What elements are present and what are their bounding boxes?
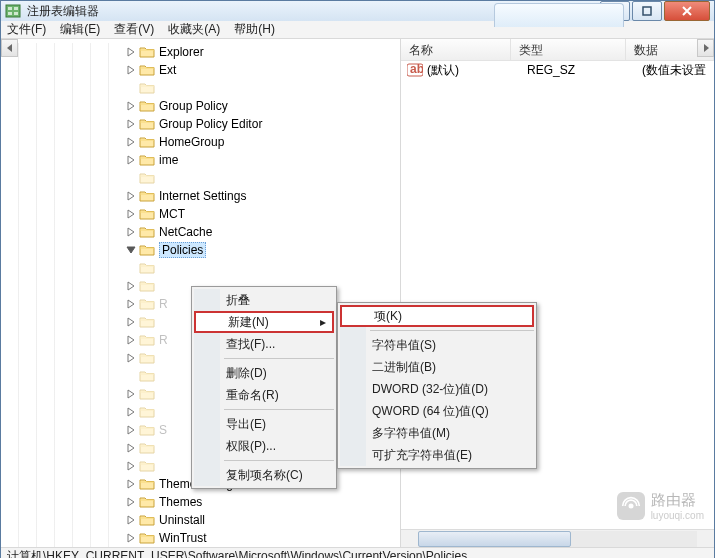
sub-binary[interactable]: 二进制值(B) xyxy=(340,356,534,378)
titlebar[interactable]: 注册表编辑器 xyxy=(1,1,714,21)
folder-icon xyxy=(139,531,155,545)
tree-node-label: Group Policy xyxy=(159,99,228,113)
close-button[interactable] xyxy=(664,1,710,21)
scroll-left-button[interactable] xyxy=(1,39,18,57)
tree-node[interactable]: MCT xyxy=(1,205,400,223)
folder-icon xyxy=(139,63,155,77)
folder-icon xyxy=(139,207,155,221)
menu-fav[interactable]: 收藏夹(A) xyxy=(168,21,220,38)
regedit-icon xyxy=(5,3,21,19)
expand-icon[interactable] xyxy=(125,316,137,328)
separator xyxy=(370,330,534,331)
tree-node[interactable]: ime xyxy=(1,151,400,169)
tree-node[interactable]: Uninstall xyxy=(1,511,400,529)
scroll-thumb[interactable] xyxy=(418,531,571,547)
new-submenu[interactable]: 项(K) 字符串值(S) 二进制值(B) DWORD (32-位)值(D) QW… xyxy=(337,302,537,469)
tree-node[interactable]: Policies xyxy=(1,241,400,259)
context-menu[interactable]: 折叠 新建(N)▸ 查找(F)... 删除(D) 重命名(R) 导出(E) 权限… xyxy=(191,286,337,489)
sub-string[interactable]: 字符串值(S) xyxy=(340,334,534,356)
maximize-button[interactable] xyxy=(632,1,662,21)
folder-icon xyxy=(139,279,155,293)
folder-icon xyxy=(139,351,155,365)
expand-icon[interactable] xyxy=(125,388,137,400)
tree-node[interactable] xyxy=(1,79,400,97)
expand-icon[interactable] xyxy=(125,514,137,526)
tree-node-label: Ext xyxy=(159,63,176,77)
expand-icon[interactable] xyxy=(125,64,137,76)
expand-icon[interactable] xyxy=(125,460,137,472)
expand-icon[interactable] xyxy=(125,226,137,238)
sub-multistring[interactable]: 多字符串值(M) xyxy=(340,422,534,444)
sub-key[interactable]: 项(K) xyxy=(340,305,534,327)
value-row[interactable]: (默认) REG_SZ (数值未设置 xyxy=(401,61,714,79)
tree-node[interactable]: Group Policy Editor xyxy=(1,115,400,133)
ctx-collapse[interactable]: 折叠 xyxy=(194,289,334,311)
sub-expandstring[interactable]: 可扩充字符串值(E) xyxy=(340,444,534,466)
sub-dword[interactable]: DWORD (32-位)值(D) xyxy=(340,378,534,400)
expand-icon[interactable] xyxy=(125,190,137,202)
expand-icon[interactable] xyxy=(125,46,137,58)
tree-node-label: WinTrust xyxy=(159,531,207,545)
separator xyxy=(224,460,334,461)
expand-icon[interactable] xyxy=(125,280,137,292)
expand-icon[interactable] xyxy=(125,100,137,112)
scroll-right-button[interactable] xyxy=(697,39,714,57)
menu-help[interactable]: 帮助(H) xyxy=(234,21,275,38)
ctx-export[interactable]: 导出(E) xyxy=(194,413,334,435)
statusbar: 计算机\HKEY_CURRENT_USER\Software\Microsoft… xyxy=(1,547,714,558)
ctx-copy-key-name[interactable]: 复制项名称(C) xyxy=(194,464,334,486)
tree-node[interactable]: NetCache xyxy=(1,223,400,241)
menu-file[interactable]: 文件(F) xyxy=(7,21,46,38)
col-type[interactable]: 类型 xyxy=(511,39,626,60)
tree-node[interactable] xyxy=(1,259,400,277)
values-pane: 名称 类型 数据 (默认) REG_SZ (数值未设置 xyxy=(401,39,714,547)
ctx-new[interactable]: 新建(N)▸ xyxy=(194,311,334,333)
tree-node[interactable]: Explorer xyxy=(1,43,400,61)
tree-node[interactable]: Themes xyxy=(1,493,400,511)
list-header[interactable]: 名称 类型 数据 xyxy=(401,39,714,61)
expand-icon[interactable] xyxy=(125,424,137,436)
expand-icon[interactable] xyxy=(125,496,137,508)
tree-node[interactable]: WinTrust xyxy=(1,529,400,547)
expand-icon[interactable] xyxy=(125,334,137,346)
expand-icon[interactable] xyxy=(125,442,137,454)
folder-icon xyxy=(139,243,155,257)
separator xyxy=(224,409,334,410)
expand-icon[interactable] xyxy=(125,154,137,166)
tree-node[interactable]: HomeGroup xyxy=(1,133,400,151)
ctx-rename[interactable]: 重命名(R) xyxy=(194,384,334,406)
expand-icon[interactable] xyxy=(125,208,137,220)
tree-node-label: R xyxy=(159,297,168,311)
menu-view[interactable]: 查看(V) xyxy=(114,21,154,38)
col-name[interactable]: 名称 xyxy=(401,39,511,60)
expand-icon[interactable] xyxy=(125,136,137,148)
scroll-track[interactable] xyxy=(418,531,697,547)
tree-node[interactable]: Group Policy xyxy=(1,97,400,115)
tree-node[interactable]: Internet Settings xyxy=(1,187,400,205)
collapse-icon[interactable] xyxy=(125,244,137,256)
menu-edit[interactable]: 编辑(E) xyxy=(60,21,100,38)
expand-icon[interactable] xyxy=(125,532,137,544)
watermark-sub: luyouqi.com xyxy=(651,510,704,521)
expand-icon[interactable] xyxy=(125,406,137,418)
horizontal-scrollbar[interactable] xyxy=(401,529,714,547)
aero-tab-strip xyxy=(494,3,624,27)
tree-node-label: HomeGroup xyxy=(159,135,224,149)
folder-icon xyxy=(139,495,155,509)
sub-qword[interactable]: QWORD (64 位)值(Q) xyxy=(340,400,534,422)
svg-rect-8 xyxy=(643,7,651,15)
ctx-delete[interactable]: 删除(D) xyxy=(194,362,334,384)
expand-icon[interactable] xyxy=(125,118,137,130)
expand-icon[interactable] xyxy=(125,352,137,364)
ctx-permissions[interactable]: 权限(P)... xyxy=(194,435,334,457)
tree-node-label: NetCache xyxy=(159,225,212,239)
tree-node[interactable] xyxy=(1,169,400,187)
expand-icon[interactable] xyxy=(125,478,137,490)
expand-icon[interactable] xyxy=(125,298,137,310)
folder-icon xyxy=(139,387,155,401)
ctx-find[interactable]: 查找(F)... xyxy=(194,333,334,355)
tree-node[interactable]: Ext xyxy=(1,61,400,79)
value-data: (数值未设置 xyxy=(642,62,714,79)
tree-node-label: Group Policy Editor xyxy=(159,117,262,131)
svg-rect-5 xyxy=(8,12,12,15)
